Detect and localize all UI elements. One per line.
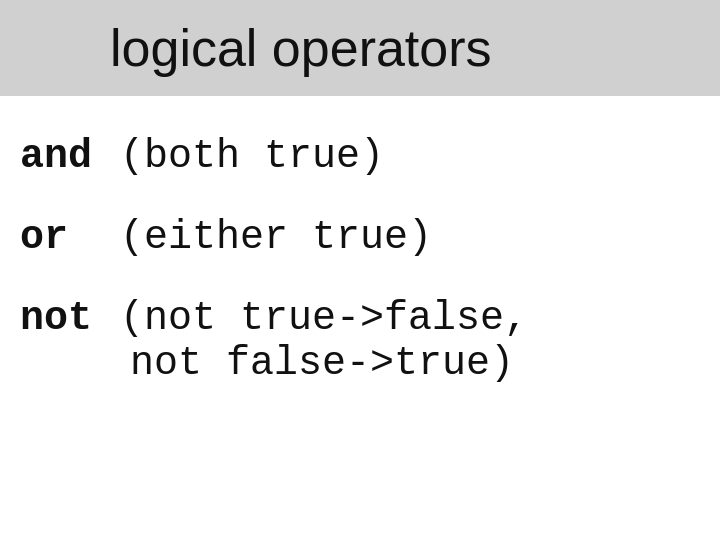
not-block: not (not true->false, not false->true) bbox=[0, 278, 720, 404]
and-keyword: and bbox=[20, 134, 110, 179]
not-second-line: not false->true) bbox=[20, 341, 720, 386]
content: and (both true) or (either true) not (no… bbox=[0, 96, 720, 404]
not-line2: not false->true) bbox=[130, 341, 514, 386]
page-title: logical operators bbox=[110, 19, 492, 77]
and-description: (both true) bbox=[120, 134, 384, 179]
not-first-line: not (not true->false, bbox=[20, 296, 720, 341]
or-row: or (either true) bbox=[0, 197, 720, 278]
or-description: (either true) bbox=[120, 215, 432, 260]
not-line1: (not true->false, bbox=[120, 296, 528, 341]
or-keyword: or bbox=[20, 215, 110, 260]
and-row: and (both true) bbox=[0, 116, 720, 197]
not-keyword: not bbox=[20, 296, 110, 341]
header: logical operators bbox=[0, 0, 720, 96]
